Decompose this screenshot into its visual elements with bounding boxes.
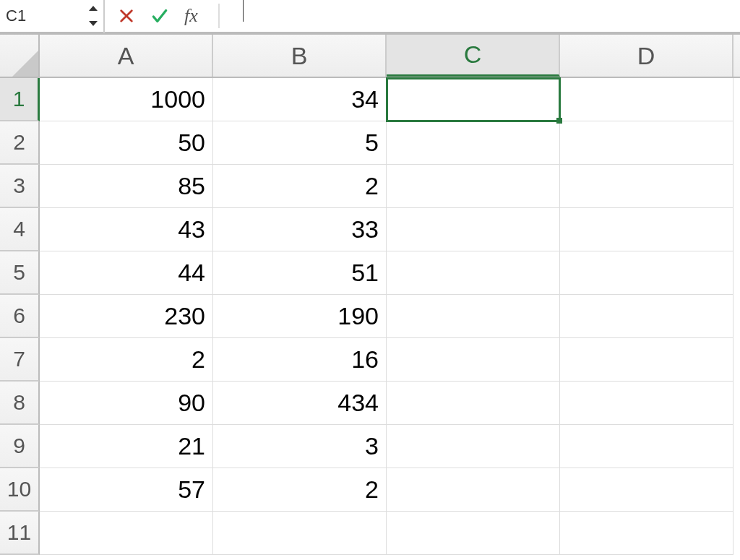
cell-c5[interactable]: [387, 251, 560, 295]
column-header-c[interactable]: C: [387, 35, 560, 77]
formula-bar: C1 fx: [0, 0, 740, 35]
table-row: 2505: [0, 121, 740, 165]
column-headers-row: ABCD: [0, 35, 740, 78]
row-header-7[interactable]: 7: [0, 338, 40, 382]
cell-a2[interactable]: 50: [40, 121, 213, 165]
row-header-8[interactable]: 8: [0, 382, 40, 425]
row-header-1[interactable]: 1: [0, 78, 40, 121]
table-row: 1100034: [0, 78, 740, 121]
table-row: 3852: [0, 165, 740, 208]
table-row: 7216: [0, 338, 740, 382]
cell-b2[interactable]: 5: [213, 121, 387, 165]
accept-icon[interactable]: [150, 6, 170, 26]
cell-c8[interactable]: [387, 382, 560, 425]
cell-d4[interactable]: [560, 208, 733, 251]
cell-b4[interactable]: 33: [213, 208, 387, 251]
table-row: 9213: [0, 425, 740, 468]
row-header-11[interactable]: 11: [0, 512, 40, 555]
name-box[interactable]: C1: [6, 7, 89, 25]
cell-b3[interactable]: 2: [213, 165, 387, 208]
cell-d5[interactable]: [560, 251, 733, 295]
cell-a6[interactable]: 230: [40, 295, 213, 338]
cell-c6[interactable]: [387, 295, 560, 338]
cell-c7[interactable]: [387, 338, 560, 382]
table-row: 10572: [0, 468, 740, 512]
column-header-b[interactable]: B: [213, 35, 387, 77]
cell-b6[interactable]: 190: [213, 295, 387, 338]
cancel-icon[interactable]: [116, 6, 137, 26]
cell-a1[interactable]: 1000: [40, 78, 213, 121]
cell-d8[interactable]: [560, 382, 733, 425]
cell-a5[interactable]: 44: [40, 251, 213, 295]
cell-c3[interactable]: [387, 165, 560, 208]
text-cursor: [243, 0, 244, 22]
name-box-spinner[interactable]: [89, 6, 98, 26]
row-header-6[interactable]: 6: [0, 295, 40, 338]
column-header-a[interactable]: A: [40, 35, 213, 77]
spinner-up-icon[interactable]: [89, 6, 98, 11]
cell-b8[interactable]: 434: [213, 382, 387, 425]
cell-d7[interactable]: [560, 338, 733, 382]
cell-b5[interactable]: 51: [213, 251, 387, 295]
row-header-3[interactable]: 3: [0, 165, 40, 208]
row-header-5[interactable]: 5: [0, 251, 40, 295]
cell-a11[interactable]: [40, 512, 213, 555]
table-row: 54451: [0, 251, 740, 295]
cell-b10[interactable]: 2: [213, 468, 387, 512]
cell-d6[interactable]: [560, 295, 733, 338]
name-box-container: C1: [0, 0, 105, 33]
cell-c4[interactable]: [387, 208, 560, 251]
cell-b1[interactable]: 34: [213, 78, 387, 121]
cell-a4[interactable]: 43: [40, 208, 213, 251]
cell-a7[interactable]: 2: [40, 338, 213, 382]
table-row: 890434: [0, 382, 740, 425]
cell-c2[interactable]: [387, 121, 560, 165]
cell-a8[interactable]: 90: [40, 382, 213, 425]
table-row: 44333: [0, 208, 740, 251]
cell-d10[interactable]: [560, 468, 733, 512]
cell-b11[interactable]: [213, 512, 387, 555]
row-header-10[interactable]: 10: [0, 468, 40, 512]
cell-d9[interactable]: [560, 425, 733, 468]
formula-input[interactable]: [238, 0, 244, 32]
cell-a10[interactable]: 57: [40, 468, 213, 512]
cell-b7[interactable]: 16: [213, 338, 387, 382]
row-header-9[interactable]: 9: [0, 425, 40, 468]
table-row: 6230190: [0, 295, 740, 338]
cell-c10[interactable]: [387, 468, 560, 512]
table-row: 11: [0, 512, 740, 555]
cell-c1[interactable]: [387, 78, 560, 121]
formula-controls: fx: [105, 0, 244, 32]
column-header-d[interactable]: D: [560, 35, 733, 77]
cell-c11[interactable]: [387, 512, 560, 555]
cell-d2[interactable]: [560, 121, 733, 165]
row-header-2[interactable]: 2: [0, 121, 40, 165]
select-all-corner[interactable]: [0, 35, 40, 77]
cell-d3[interactable]: [560, 165, 733, 208]
fx-label[interactable]: fx: [184, 5, 198, 27]
row-header-4[interactable]: 4: [0, 208, 40, 251]
cell-b9[interactable]: 3: [213, 425, 387, 468]
cell-c9[interactable]: [387, 425, 560, 468]
spreadsheet-grid: ABCD 11000342505385244333544516230190721…: [0, 35, 740, 555]
cell-a3[interactable]: 85: [40, 165, 213, 208]
formula-divider: [218, 4, 220, 28]
cell-d11[interactable]: [560, 512, 733, 555]
cell-d1[interactable]: [560, 78, 733, 121]
cell-a9[interactable]: 21: [40, 425, 213, 468]
grid-rows: 1100034250538524433354451623019072168904…: [0, 78, 740, 555]
spinner-down-icon[interactable]: [89, 21, 98, 26]
